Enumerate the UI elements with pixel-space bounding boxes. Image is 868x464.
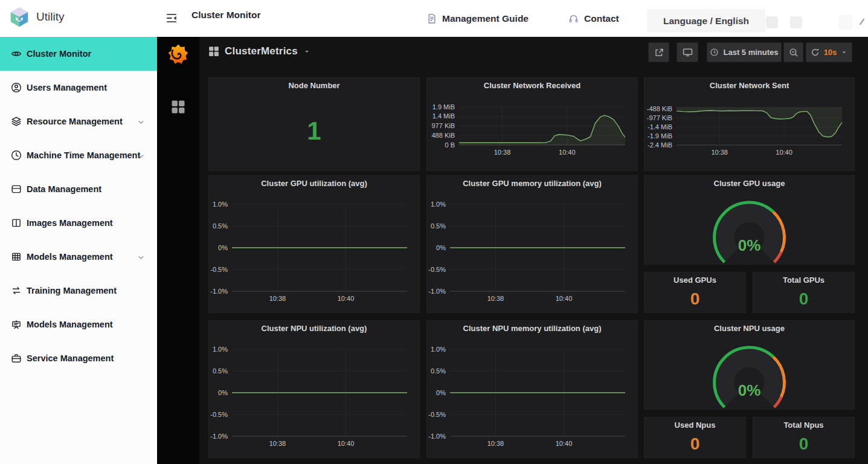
stat-value-wrap: 0 [753,432,854,456]
svg-text:10:38: 10:38 [269,295,286,302]
svg-text:1.0%: 1.0% [213,201,228,208]
panel-title[interactable]: Cluster GPU memory utilization (avg) [427,176,637,190]
panel-title[interactable]: Cluster GPU utilization (avg) [209,176,419,190]
svg-text:-1.0%: -1.0% [210,288,228,295]
share-button[interactable] [648,42,669,62]
panel-title[interactable]: Used Npus [645,417,745,432]
svg-text:0%: 0% [436,389,446,396]
panel-title[interactable]: Node Number [209,78,419,92]
management-guide-link[interactable]: Management Guide [426,0,529,37]
swap-icon [11,285,22,296]
dashboards-grid-icon[interactable] [171,100,185,114]
time-range-picker[interactable]: Last 5 minutes [707,42,782,62]
svg-text:-0.5%: -0.5% [428,266,446,273]
sidebar-item-models-management-2[interactable]: Models Management [0,308,157,341]
dashboard-grid-icon [208,46,219,57]
sidebar-item-training-management[interactable]: Training Management [0,274,157,308]
panel-title[interactable]: Cluster NPU memory utilization (avg) [427,321,637,335]
panel-title[interactable]: Total GPUs [753,272,854,287]
panel-title[interactable]: Cluster Network Sent [645,78,854,92]
sidebar-item-label: Service Management [27,353,114,363]
svg-text:-2.4 MiB: -2.4 MiB [648,141,672,149]
sidebar-item-models-management[interactable]: Models Management [0,240,157,274]
dashboard-title: ClusterMetrics [225,45,298,57]
line-chart: 1.0%0.5%0%-0.5%-1.0%10:3810:40 [427,335,637,457]
panel-title[interactable]: Cluster NPU usage [645,321,854,335]
management-guide-label: Management Guide [442,13,529,24]
svg-text:10:38: 10:38 [487,295,504,302]
contact-label: Contact [584,13,619,24]
panel-cluster-npu-usage: Cluster NPU usage0% [644,320,855,410]
panel-title[interactable]: Cluster Network Received [427,78,637,92]
sidebar-item-label: Training Management [27,286,117,295]
stat-value: 1 [307,118,321,144]
layers-icon [11,116,22,127]
sidebar-item-cluster-monitor[interactable]: Cluster Monitor [0,37,157,71]
eye-icon [11,48,22,59]
clock-icon [11,150,22,161]
stat-value: 0 [690,436,700,453]
svg-text:-977 KiB: -977 KiB [647,114,672,121]
panel-cluster-gpu-memory-utilization-avg: Cluster GPU memory utilization (avg)1.0%… [426,175,638,313]
sidebar-item-label: Cluster Monitor [27,49,91,59]
line-chart: 0 B488 KiB977 KiB1.4 MiB1.9 MiB10:3810:4… [427,92,637,170]
contact-link[interactable]: Contact [568,0,619,37]
topbar-placeholder-icon[interactable] [838,15,853,30]
stat-value-wrap: 0 [753,287,854,311]
topbar-placeholder-icon[interactable] [790,16,802,28]
stat-value-wrap: 0 [645,287,745,311]
panel-node-number: Node Number1 [208,77,420,171]
svg-text:0%: 0% [218,389,228,396]
zoom-out-icon [789,48,799,57]
user-icon [11,82,22,93]
share-icon [654,48,664,57]
stat-value: 0 [799,436,809,453]
svg-text:10:40: 10:40 [338,295,355,302]
sidebar-item-label: Users Management [27,83,107,92]
svg-text:-1.0%: -1.0% [428,433,446,440]
panel-title[interactable]: Used GPUs [645,272,745,287]
topbar-placeholder-icon[interactable] [766,16,778,28]
panel-cluster-gpu-usage: Cluster GPU usage0% [644,175,855,265]
brand-name: Utility [36,10,64,24]
sidebar-item-service-management[interactable]: Service Management [0,341,157,375]
chevron-down-icon [137,253,145,261]
dashboard: ClusterMetrics Last 5 minutes [199,37,868,464]
zoom-out-button[interactable] [783,42,803,62]
sidebar-item-data-management[interactable]: Data Management [0,172,157,206]
sidebar-item-machine-time-management[interactable]: Machine Time Management [0,138,157,172]
edit-slash-icon[interactable] [860,19,865,25]
svg-text:10:40: 10:40 [338,440,355,447]
svg-text:10:40: 10:40 [556,295,573,302]
svg-text:10:40: 10:40 [559,149,576,156]
sidebar-item-label: Images Management [27,218,113,228]
svg-text:10:40: 10:40 [776,149,792,156]
sidebar-item-users-management[interactable]: Users Management [0,71,157,105]
stat-value: 0 [690,291,700,308]
sidebar-item-resource-management[interactable]: Resource Management [0,105,157,138]
svg-text:-488 KiB: -488 KiB [647,105,672,112]
grafana-logo-icon[interactable] [168,44,188,65]
sidebar: Cluster MonitorUsers ManagementResource … [0,37,157,464]
tv-mode-button[interactable] [677,42,698,62]
panel-title[interactable]: Cluster GPU usage [645,176,854,190]
panel-title[interactable]: Total Npus [753,417,854,432]
sidebar-item-images-management[interactable]: Images Management [0,206,157,240]
refresh-button[interactable]: 10s [806,42,852,62]
svg-text:-0.5%: -0.5% [210,411,228,418]
refresh-icon [811,48,820,57]
language-button[interactable]: Language / English [647,9,765,33]
panel-total-npus: Total Npus0 [753,417,855,458]
svg-text:488 KiB: 488 KiB [431,132,455,139]
panel-title[interactable]: Cluster NPU utilization (avg) [209,321,419,335]
sidebar-item-label: Resource Management [27,117,123,126]
menu-fold-icon[interactable] [166,12,178,24]
panel-cluster-gpu-utilization-avg: Cluster GPU utilization (avg)1.0%0.5%0%-… [208,175,420,313]
svg-text:10:40: 10:40 [556,440,573,447]
headset-icon [568,13,579,24]
sidebar-item-label: Data Management [27,184,101,194]
svg-text:-1.4 MiB: -1.4 MiB [648,123,672,130]
stat-value: 0 [799,291,809,308]
dashboard-title-row[interactable]: ClusterMetrics [208,45,310,57]
svg-text:0%: 0% [436,244,446,251]
